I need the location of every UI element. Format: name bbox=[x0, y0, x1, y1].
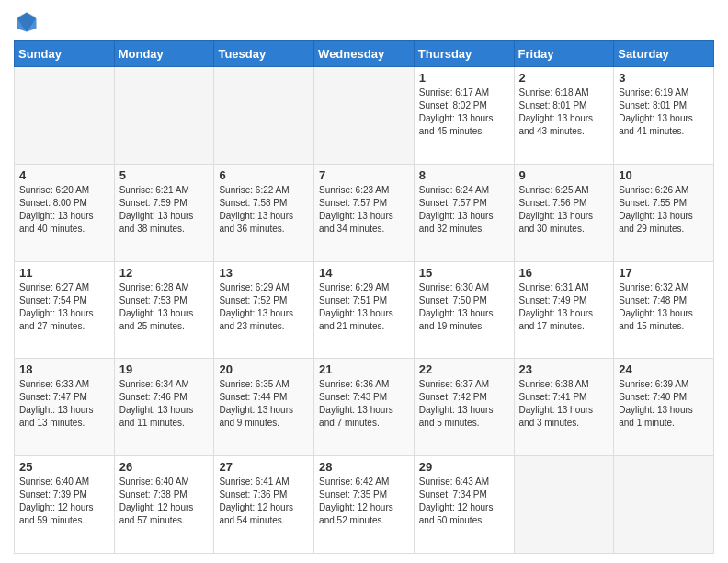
day-info: Sunrise: 6:18 AM Sunset: 8:01 PM Dayligh… bbox=[519, 86, 609, 138]
day-info: Sunrise: 6:23 AM Sunset: 7:57 PM Dayligh… bbox=[319, 184, 409, 236]
day-number: 26 bbox=[119, 460, 210, 474]
day-info: Sunrise: 6:33 AM Sunset: 7:47 PM Dayligh… bbox=[19, 378, 109, 430]
calendar-cell: 17Sunrise: 6:32 AM Sunset: 7:48 PM Dayli… bbox=[614, 261, 714, 359]
day-number: 8 bbox=[419, 168, 509, 182]
calendar-day-header: Friday bbox=[514, 41, 614, 67]
day-info: Sunrise: 6:36 AM Sunset: 7:43 PM Dayligh… bbox=[319, 378, 409, 430]
calendar-cell: 29Sunrise: 6:43 AM Sunset: 7:34 PM Dayli… bbox=[414, 456, 514, 554]
calendar-cell: 8Sunrise: 6:24 AM Sunset: 7:57 PM Daylig… bbox=[414, 164, 514, 261]
day-info: Sunrise: 6:17 AM Sunset: 8:02 PM Dayligh… bbox=[419, 86, 509, 138]
day-info: Sunrise: 6:27 AM Sunset: 7:54 PM Dayligh… bbox=[19, 282, 109, 333]
calendar-cell: 3Sunrise: 6:19 AM Sunset: 8:01 PM Daylig… bbox=[614, 67, 714, 165]
day-number: 6 bbox=[219, 168, 309, 182]
calendar-cell: 12Sunrise: 6:28 AM Sunset: 7:53 PM Dayli… bbox=[114, 261, 214, 359]
calendar-cell: 26Sunrise: 6:40 AM Sunset: 7:38 PM Dayli… bbox=[114, 456, 214, 554]
calendar-week-row: 1Sunrise: 6:17 AM Sunset: 8:02 PM Daylig… bbox=[15, 67, 714, 165]
day-number: 24 bbox=[619, 362, 709, 376]
day-info: Sunrise: 6:19 AM Sunset: 8:01 PM Dayligh… bbox=[619, 86, 709, 138]
calendar-cell: 21Sunrise: 6:36 AM Sunset: 7:43 PM Dayli… bbox=[314, 359, 415, 456]
day-number: 9 bbox=[519, 168, 609, 182]
day-info: Sunrise: 6:28 AM Sunset: 7:53 PM Dayligh… bbox=[119, 282, 210, 333]
day-number: 22 bbox=[419, 362, 509, 376]
calendar-cell bbox=[314, 67, 415, 165]
day-info: Sunrise: 6:22 AM Sunset: 7:58 PM Dayligh… bbox=[219, 184, 309, 236]
day-number: 27 bbox=[219, 460, 309, 474]
day-number: 21 bbox=[319, 362, 409, 376]
calendar-cell: 28Sunrise: 6:42 AM Sunset: 7:35 PM Dayli… bbox=[314, 456, 415, 554]
day-info: Sunrise: 6:43 AM Sunset: 7:34 PM Dayligh… bbox=[419, 476, 509, 527]
day-info: Sunrise: 6:26 AM Sunset: 7:55 PM Dayligh… bbox=[619, 184, 709, 236]
calendar-cell: 4Sunrise: 6:20 AM Sunset: 8:00 PM Daylig… bbox=[15, 164, 115, 261]
calendar-cell: 11Sunrise: 6:27 AM Sunset: 7:54 PM Dayli… bbox=[15, 261, 115, 359]
calendar-cell: 23Sunrise: 6:38 AM Sunset: 7:41 PM Dayli… bbox=[514, 359, 614, 456]
day-number: 11 bbox=[19, 266, 109, 280]
day-number: 5 bbox=[119, 168, 210, 182]
calendar-week-row: 4Sunrise: 6:20 AM Sunset: 8:00 PM Daylig… bbox=[15, 164, 714, 261]
calendar-cell: 9Sunrise: 6:25 AM Sunset: 7:56 PM Daylig… bbox=[514, 164, 614, 261]
calendar-cell: 6Sunrise: 6:22 AM Sunset: 7:58 PM Daylig… bbox=[214, 164, 314, 261]
calendar-cell: 25Sunrise: 6:40 AM Sunset: 7:39 PM Dayli… bbox=[15, 456, 115, 554]
day-number: 29 bbox=[419, 460, 509, 474]
calendar-day-header: Monday bbox=[114, 41, 214, 67]
day-number: 2 bbox=[519, 71, 609, 85]
day-number: 17 bbox=[619, 266, 709, 280]
calendar-cell bbox=[114, 67, 214, 165]
calendar-cell bbox=[514, 456, 614, 554]
day-number: 19 bbox=[119, 362, 210, 376]
calendar-cell: 1Sunrise: 6:17 AM Sunset: 8:02 PM Daylig… bbox=[414, 67, 514, 165]
calendar-day-header: Tuesday bbox=[214, 41, 314, 67]
calendar-day-header: Sunday bbox=[15, 41, 115, 67]
calendar-cell: 22Sunrise: 6:37 AM Sunset: 7:42 PM Dayli… bbox=[414, 359, 514, 456]
day-number: 20 bbox=[219, 362, 309, 376]
day-number: 23 bbox=[519, 362, 609, 376]
calendar-cell: 14Sunrise: 6:29 AM Sunset: 7:51 PM Dayli… bbox=[314, 261, 415, 359]
day-number: 13 bbox=[219, 266, 309, 280]
calendar-day-header: Saturday bbox=[614, 41, 714, 67]
day-number: 18 bbox=[19, 362, 109, 376]
day-info: Sunrise: 6:24 AM Sunset: 7:57 PM Dayligh… bbox=[419, 184, 509, 236]
day-info: Sunrise: 6:30 AM Sunset: 7:50 PM Dayligh… bbox=[419, 282, 509, 333]
day-number: 16 bbox=[519, 266, 609, 280]
day-number: 3 bbox=[619, 71, 709, 85]
day-number: 7 bbox=[319, 168, 409, 182]
logo-icon bbox=[14, 9, 40, 35]
day-info: Sunrise: 6:39 AM Sunset: 7:40 PM Dayligh… bbox=[619, 378, 709, 430]
day-number: 28 bbox=[319, 460, 409, 474]
calendar-cell: 24Sunrise: 6:39 AM Sunset: 7:40 PM Dayli… bbox=[614, 359, 714, 456]
day-number: 1 bbox=[419, 71, 509, 85]
calendar-cell: 15Sunrise: 6:30 AM Sunset: 7:50 PM Dayli… bbox=[414, 261, 514, 359]
day-info: Sunrise: 6:21 AM Sunset: 7:59 PM Dayligh… bbox=[119, 184, 210, 236]
calendar-cell bbox=[614, 456, 714, 554]
calendar-week-row: 25Sunrise: 6:40 AM Sunset: 7:39 PM Dayli… bbox=[15, 456, 714, 554]
calendar-table: SundayMondayTuesdayWednesdayThursdayFrid… bbox=[14, 40, 714, 554]
calendar-day-header: Thursday bbox=[414, 41, 514, 67]
calendar-day-header: Wednesday bbox=[314, 41, 415, 67]
day-info: Sunrise: 6:34 AM Sunset: 7:46 PM Dayligh… bbox=[119, 378, 210, 430]
day-info: Sunrise: 6:20 AM Sunset: 8:00 PM Dayligh… bbox=[19, 184, 109, 236]
calendar-week-row: 11Sunrise: 6:27 AM Sunset: 7:54 PM Dayli… bbox=[15, 261, 714, 359]
calendar-cell: 16Sunrise: 6:31 AM Sunset: 7:49 PM Dayli… bbox=[514, 261, 614, 359]
calendar-cell: 5Sunrise: 6:21 AM Sunset: 7:59 PM Daylig… bbox=[114, 164, 214, 261]
day-info: Sunrise: 6:31 AM Sunset: 7:49 PM Dayligh… bbox=[519, 282, 609, 333]
calendar-cell bbox=[15, 67, 115, 165]
day-info: Sunrise: 6:25 AM Sunset: 7:56 PM Dayligh… bbox=[519, 184, 609, 236]
page: SundayMondayTuesdayWednesdayThursdayFrid… bbox=[0, 0, 728, 563]
day-number: 12 bbox=[119, 266, 210, 280]
calendar-cell: 18Sunrise: 6:33 AM Sunset: 7:47 PM Dayli… bbox=[15, 359, 115, 456]
day-info: Sunrise: 6:40 AM Sunset: 7:39 PM Dayligh… bbox=[19, 476, 109, 527]
calendar-cell: 20Sunrise: 6:35 AM Sunset: 7:44 PM Dayli… bbox=[214, 359, 314, 456]
day-info: Sunrise: 6:42 AM Sunset: 7:35 PM Dayligh… bbox=[319, 476, 409, 527]
day-info: Sunrise: 6:32 AM Sunset: 7:48 PM Dayligh… bbox=[619, 282, 709, 333]
day-info: Sunrise: 6:38 AM Sunset: 7:41 PM Dayligh… bbox=[519, 378, 609, 430]
calendar-cell: 19Sunrise: 6:34 AM Sunset: 7:46 PM Dayli… bbox=[114, 359, 214, 456]
day-info: Sunrise: 6:29 AM Sunset: 7:51 PM Dayligh… bbox=[319, 282, 409, 333]
calendar-cell: 2Sunrise: 6:18 AM Sunset: 8:01 PM Daylig… bbox=[514, 67, 614, 165]
day-number: 14 bbox=[319, 266, 409, 280]
day-info: Sunrise: 6:35 AM Sunset: 7:44 PM Dayligh… bbox=[219, 378, 309, 430]
day-number: 25 bbox=[19, 460, 109, 474]
day-number: 15 bbox=[419, 266, 509, 280]
day-info: Sunrise: 6:37 AM Sunset: 7:42 PM Dayligh… bbox=[419, 378, 509, 430]
day-info: Sunrise: 6:41 AM Sunset: 7:36 PM Dayligh… bbox=[219, 476, 309, 527]
calendar-cell: 27Sunrise: 6:41 AM Sunset: 7:36 PM Dayli… bbox=[214, 456, 314, 554]
day-info: Sunrise: 6:29 AM Sunset: 7:52 PM Dayligh… bbox=[219, 282, 309, 333]
